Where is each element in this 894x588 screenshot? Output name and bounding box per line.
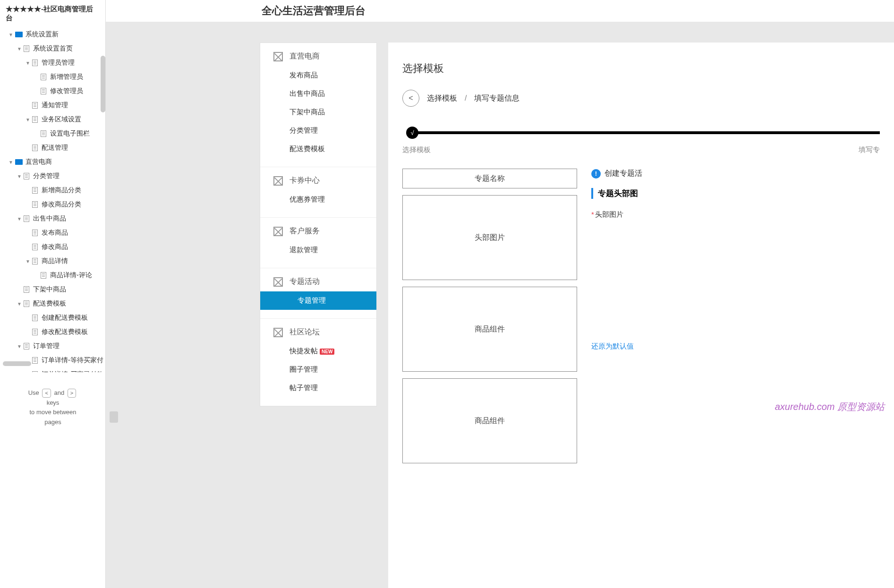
tree-scroll[interactable]: 系统设置新系统设置首页管理员管理新增管理员修改管理员通知管理业务区域设置设置电子…: [0, 27, 105, 372]
page-icon: [24, 286, 29, 293]
tree-item[interactable]: 创建配送费模板: [0, 311, 105, 325]
tree-item-label: 下架中商品: [33, 285, 66, 294]
tree-item[interactable]: 业务区域设置: [0, 112, 105, 127]
chevron-down-icon[interactable]: [17, 216, 23, 222]
tree-item[interactable]: 下架中商品: [0, 282, 105, 297]
chevron-down-icon[interactable]: [26, 60, 31, 66]
nav-group-header[interactable]: 直营电商: [260, 51, 376, 66]
placeholder-icon: [273, 227, 283, 236]
chevron-down-icon[interactable]: [17, 46, 23, 51]
chevron-down-icon[interactable]: [9, 32, 14, 37]
nav-group: 卡券中心优惠券管理: [260, 167, 376, 218]
chevron-down-icon[interactable]: [9, 160, 14, 165]
tree-item-label: 订单详情-买家已付款: [42, 370, 103, 372]
nav-sub-item[interactable]: 配送费模板: [260, 140, 376, 158]
template-preview[interactable]: 专题名称 头部图片 商品组件 商品组件: [402, 169, 577, 470]
page-icon: [41, 130, 46, 137]
tree-item[interactable]: 系统设置首页: [0, 42, 105, 56]
scrollbar-vertical[interactable]: [101, 56, 105, 112]
chevron-down-icon[interactable]: [17, 301, 23, 307]
nav-group-title: 专题活动: [289, 277, 320, 287]
tree-item-label: 订单管理: [33, 342, 60, 350]
chevron-down-icon[interactable]: [26, 259, 31, 264]
tree-item[interactable]: 通知管理: [0, 98, 105, 112]
tree-item[interactable]: 商品详情: [0, 254, 105, 268]
chevron-down-icon[interactable]: [17, 174, 23, 179]
page-icon: [32, 102, 38, 109]
tree-item[interactable]: 修改商品: [0, 240, 105, 254]
nav-group: 社区论坛快捷发帖NEW圈子管理帖子管理: [260, 319, 376, 406]
nav-group-header[interactable]: 社区论坛: [260, 327, 376, 342]
tree-item-label: 修改商品分类: [42, 200, 81, 209]
tree-item[interactable]: 新增商品分类: [0, 183, 105, 197]
nav-sub-item[interactable]: 退款管理: [260, 241, 376, 259]
tree-item-label: 设置电子围栏: [50, 129, 90, 138]
tree-item-label: 通知管理: [42, 101, 68, 110]
tree-item[interactable]: 发布商品: [0, 226, 105, 240]
tree-item-label: 订单详情-等待买家付: [42, 356, 103, 365]
secondary-nav: 直营电商发布商品出售中商品下架中商品分类管理配送费模板卡券中心优惠券管理客户服务…: [260, 43, 377, 407]
tree-item[interactable]: 系统设置新: [0, 27, 105, 42]
tree-item[interactable]: 新增管理员: [0, 70, 105, 84]
tree-item-label: 配送费模板: [33, 299, 66, 308]
nav-group-title: 卡券中心: [289, 176, 320, 186]
nav-sub-item[interactable]: 下架中商品: [260, 103, 376, 121]
progress-label-2: 填写专: [859, 145, 880, 154]
tree-item[interactable]: 配送费模板: [0, 297, 105, 311]
tree-item[interactable]: 直营电商: [0, 155, 105, 169]
tree-item[interactable]: 出售中商品: [0, 212, 105, 226]
tree-item[interactable]: 商品详情-评论: [0, 268, 105, 282]
watermark: axurehub.com 原型资源站: [775, 401, 885, 413]
tree-item[interactable]: 配送管理: [0, 141, 105, 155]
back-button[interactable]: <: [402, 90, 419, 107]
nav-sub-item[interactable]: 优惠券管理: [260, 190, 376, 209]
nav-sub-item[interactable]: 圈子管理: [260, 360, 376, 379]
nav-group: 专题活动专题管理: [260, 268, 376, 319]
content-area: 全心生活运营管理后台 直营电商发布商品出售中商品下架中商品分类管理配送费模板卡券…: [106, 0, 894, 588]
breadcrumb-step2[interactable]: 填写专题信息: [474, 94, 519, 103]
form-column: ! 创建专题活 专题头部图 *头部图片 还原为默认值: [591, 169, 880, 470]
page-icon: [24, 300, 29, 307]
page-icon: [32, 60, 38, 66]
tree-item-label: 修改配送费模板: [42, 328, 88, 336]
nav-group-header[interactable]: 客户服务: [260, 226, 376, 241]
tpl-comp-box: 商品组件: [402, 287, 577, 372]
nav-sub-item[interactable]: 出售中商品: [260, 85, 376, 103]
nav-sub-item[interactable]: 快捷发帖NEW: [260, 342, 376, 360]
page-icon: [41, 88, 46, 94]
page-icon: [41, 74, 46, 80]
nav-sub-item[interactable]: 发布商品: [260, 66, 376, 85]
reset-link[interactable]: 还原为默认值: [591, 342, 634, 351]
page-icon: [32, 116, 38, 123]
tree-item[interactable]: 修改商品分类: [0, 197, 105, 212]
page-icon: [32, 187, 38, 194]
tree-item-label: 配送管理: [42, 144, 68, 152]
nav-sub-item[interactable]: 专题管理: [260, 291, 376, 310]
expand-sidebar-chip[interactable]: [110, 411, 118, 423]
nav-group-header[interactable]: 专题活动: [260, 277, 376, 291]
tree-item-label: 系统设置首页: [33, 44, 73, 53]
chevron-down-icon[interactable]: [17, 344, 23, 349]
page-icon: [32, 329, 38, 335]
tree-item[interactable]: 订单详情-买家已付款: [0, 367, 105, 372]
nav-group: 直营电商发布商品出售中商品下架中商品分类管理配送费模板: [260, 43, 376, 167]
tree-item[interactable]: 订单管理: [0, 339, 105, 353]
nav-sub-item[interactable]: 分类管理: [260, 121, 376, 140]
nav-group-title: 直营电商: [289, 51, 320, 61]
tree-item[interactable]: 管理员管理: [0, 56, 105, 70]
scrollbar-horizontal[interactable]: [3, 361, 31, 366]
nav-group-title: 社区论坛: [289, 327, 320, 337]
breadcrumb-step1[interactable]: 选择模板: [427, 94, 457, 103]
folder-icon: [15, 32, 23, 37]
tpl-comp2-box: 商品组件: [402, 378, 577, 463]
tree-item[interactable]: 设置电子围栏: [0, 127, 105, 141]
nav-sub-item[interactable]: 帖子管理: [260, 379, 376, 397]
placeholder-icon: [273, 52, 283, 61]
chevron-down-icon[interactable]: [26, 117, 31, 122]
nav-group-header[interactable]: 卡券中心: [260, 176, 376, 190]
tree-item[interactable]: 分类管理: [0, 169, 105, 183]
progress-labels: 选择模板 填写专: [402, 145, 880, 154]
tree-item[interactable]: 修改管理员: [0, 84, 105, 98]
tree-item[interactable]: 修改配送费模板: [0, 325, 105, 339]
tree-item-label: 新增商品分类: [42, 186, 81, 195]
